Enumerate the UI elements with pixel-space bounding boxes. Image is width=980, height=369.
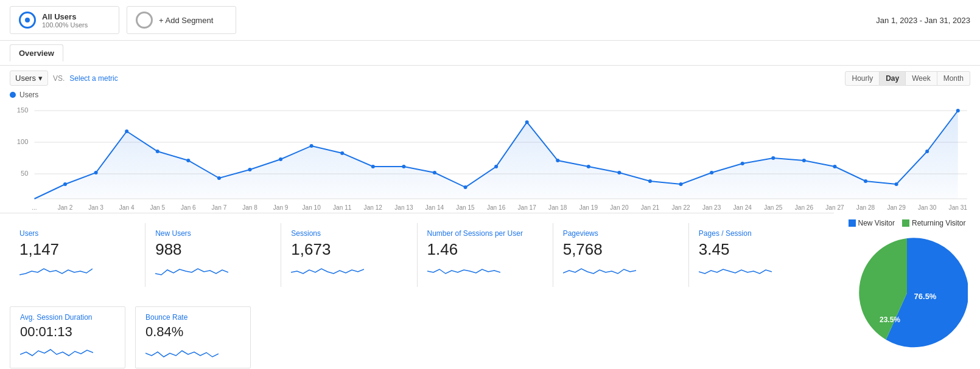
- svg-text:Jan 22: Jan 22: [671, 204, 690, 211]
- sparkline-new-users: [155, 263, 271, 281]
- date-range: Jan 1, 2023 - Jan 31, 2023: [876, 16, 970, 25]
- left-controls: Users ▾ VS. Select a metric: [10, 71, 118, 86]
- svg-text:Jan 25: Jan 25: [764, 204, 783, 211]
- metric-selector[interactable]: Users ▾: [10, 71, 48, 86]
- svg-text:Jan 13: Jan 13: [394, 204, 413, 211]
- add-segment-label[interactable]: + Add Segment: [159, 16, 213, 25]
- svg-text:Jan 23: Jan 23: [702, 204, 721, 211]
- legend-item-new: New Visitor: [849, 219, 895, 227]
- add-segment-circle: [136, 12, 153, 29]
- svg-point-32: [802, 159, 806, 162]
- svg-text:Jan 21: Jan 21: [641, 204, 660, 211]
- svg-point-28: [679, 182, 683, 186]
- svg-text:Jan 28: Jan 28: [856, 204, 875, 211]
- sparkline-pages-session: [699, 263, 814, 281]
- btn-week[interactable]: Week: [906, 71, 937, 86]
- svg-point-0: [25, 18, 30, 22]
- svg-point-17: [340, 151, 344, 155]
- svg-text:Jan 31: Jan 31: [949, 204, 968, 211]
- main-chart-svg: 150 100 50: [10, 102, 970, 211]
- metric-label-users: Users: [19, 229, 135, 238]
- tab-overview[interactable]: Overview: [10, 44, 63, 61]
- metric-card-pageviews: Pageviews 5,768: [553, 223, 689, 287]
- chart-legend-label: Users: [19, 91, 38, 99]
- time-buttons-group: Hourly Day Week Month: [845, 71, 970, 86]
- add-segment-box[interactable]: + Add Segment: [127, 6, 236, 34]
- legend-label-returning: Returning Visitor: [912, 219, 966, 227]
- metric-card-sessions: Sessions 1,673: [281, 223, 417, 287]
- sparkline-avg-duration: [20, 343, 115, 362]
- svg-text:...: ...: [32, 204, 37, 211]
- svg-text:Jan 11: Jan 11: [333, 204, 352, 211]
- btn-day[interactable]: Day: [880, 71, 906, 86]
- svg-text:150: 150: [17, 106, 29, 114]
- segment-info: All Users 100.00% Users: [42, 12, 88, 29]
- svg-text:Jan 16: Jan 16: [487, 204, 506, 211]
- svg-point-22: [494, 165, 498, 168]
- svg-text:Jan 4: Jan 4: [119, 204, 135, 211]
- legend-color-returning: [902, 219, 909, 227]
- svg-point-20: [433, 171, 436, 174]
- segment-title: All Users: [42, 12, 88, 21]
- svg-text:Jan 20: Jan 20: [610, 204, 629, 211]
- metric-card-users: Users 1,147: [10, 223, 145, 287]
- svg-point-30: [741, 162, 744, 165]
- svg-text:Jan 29: Jan 29: [887, 204, 906, 211]
- chart-area: Users 150 100 50: [0, 91, 980, 213]
- sparkline-users: [19, 263, 135, 281]
- svg-point-16: [310, 144, 313, 148]
- svg-point-21: [464, 185, 467, 189]
- metric-value-new-users: 988: [155, 240, 271, 259]
- svg-point-10: [125, 129, 128, 133]
- svg-text:Jan 18: Jan 18: [548, 204, 567, 211]
- svg-text:Jan 30: Jan 30: [918, 204, 937, 211]
- metric-label-avg-duration: Avg. Session Duration: [20, 313, 115, 322]
- metric-card-pages-session: Pages / Session 3.45: [689, 223, 824, 287]
- metric-label-pages-session: Pages / Session: [699, 229, 814, 238]
- svg-point-31: [771, 156, 775, 160]
- svg-point-35: [895, 182, 898, 186]
- svg-text:76.5%: 76.5%: [914, 292, 937, 301]
- btn-hourly[interactable]: Hourly: [845, 71, 880, 86]
- metric-value-sessions-per-user: 1.46: [427, 240, 543, 259]
- metric-value-bounce-rate: 0.84%: [145, 324, 240, 340]
- svg-point-29: [710, 171, 713, 174]
- svg-point-11: [156, 150, 159, 153]
- svg-point-19: [402, 165, 405, 168]
- metric-label-pageviews: Pageviews: [563, 229, 679, 238]
- svg-text:Jan 27: Jan 27: [825, 204, 844, 211]
- svg-text:Jan 14: Jan 14: [425, 204, 444, 211]
- top-bar: All Users 100.00% Users + Add Segment Ja…: [0, 0, 980, 41]
- metric-card-bounce-rate: Bounce Rate 0.84%: [135, 306, 251, 368]
- chart-controls: Users ▾ VS. Select a metric Hourly Day W…: [0, 66, 980, 91]
- metric-card-sessions-per-user: Number of Sessions per User 1.46: [418, 223, 553, 287]
- svg-text:Jan 2: Jan 2: [58, 204, 73, 211]
- bottom-section: Users 1,147 New Users 988 Sessions: [0, 213, 980, 369]
- all-users-segment[interactable]: All Users 100.00% Users: [10, 6, 119, 34]
- btn-month[interactable]: Month: [937, 71, 970, 86]
- metric-value-sessions: 1,673: [291, 240, 407, 259]
- svg-text:Jan 24: Jan 24: [733, 204, 752, 211]
- segment-subtitle: 100.00% Users: [42, 21, 88, 29]
- chart-legend: Users: [10, 91, 970, 99]
- svg-text:Jan 6: Jan 6: [181, 204, 196, 211]
- svg-point-15: [279, 157, 282, 161]
- sparkline-bounce-rate: [145, 343, 240, 362]
- vs-label: VS.: [53, 74, 65, 83]
- svg-text:Jan 7: Jan 7: [212, 204, 227, 211]
- metric-card-new-users: New Users 988: [145, 223, 281, 287]
- svg-point-36: [925, 150, 929, 153]
- svg-point-23: [525, 120, 529, 124]
- segments-container: All Users 100.00% Users + Add Segment: [10, 6, 236, 34]
- svg-point-25: [587, 165, 590, 168]
- metrics-grid-row2: Avg. Session Duration 00:01:13 Bounce Ra…: [0, 297, 834, 369]
- select-metric-link[interactable]: Select a metric: [69, 74, 117, 83]
- chart-svg-container[interactable]: 150 100 50: [10, 102, 970, 213]
- pie-legend: New Visitor Returning Visitor: [849, 219, 966, 227]
- svg-point-37: [956, 109, 960, 112]
- svg-text:Jan 17: Jan 17: [518, 204, 537, 211]
- svg-point-33: [833, 165, 836, 168]
- metric-label-new-users: New Users: [155, 229, 271, 238]
- metrics-grid-row1: Users 1,147 New Users 988 Sessions: [0, 213, 834, 297]
- svg-text:Jan 26: Jan 26: [795, 204, 814, 211]
